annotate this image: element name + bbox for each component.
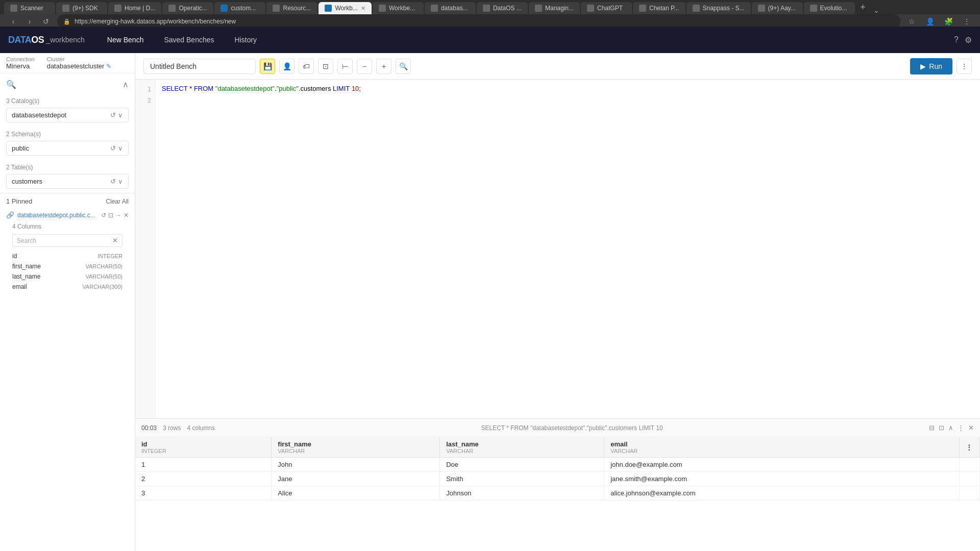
browser-tab-home[interactable]: Home | D... [108,2,161,14]
logo: DATAOS _workbench [8,35,85,45]
clear-all-button[interactable]: Clear All [106,198,129,205]
zoom-out-button[interactable]: − [357,59,372,74]
column-search-input[interactable] [17,237,110,244]
refresh-pinned-icon[interactable]: ↺ [101,212,106,219]
chevron-down-icon[interactable]: ∨ [118,178,123,185]
nav-new-bench[interactable]: New Bench [103,34,148,46]
zoom-in-button[interactable]: + [376,59,391,74]
browser-tab-workbench2[interactable]: Workbe... [373,2,424,14]
run-label: Run [929,62,942,70]
minimize-results-icon[interactable]: ⊟ [929,424,935,432]
code-editor[interactable]: 1 2 SELECT * FROM "databasetestdepot"."p… [135,80,980,418]
tab-close-icon[interactable]: ✕ [361,5,365,12]
results-time: 00:03 [141,424,157,432]
column-type: VARCHAR(50) [85,273,122,280]
cell-firstname: Jane [272,472,440,486]
search-editor-button[interactable]: 🔍 [396,59,411,74]
cell-firstname: Alice [272,486,440,500]
run-button[interactable]: ▶ Run [910,58,952,74]
browser-tab-dataos[interactable]: DataOS ... [477,2,528,14]
nav-saved-benches[interactable]: Saved Benches [160,34,218,46]
browser-tab-aay[interactable]: (9+) Aay... [752,2,803,14]
editor-toolbar: 💾 👤 🏷 ⊡ ⊢ − + 🔍 ▶ Run ⋮ [135,53,980,80]
browser-tab-sdk[interactable]: (9+) SDK [56,2,107,14]
copy-button[interactable]: ⊡ [318,59,333,74]
tag-button[interactable]: 🏷 [299,59,314,74]
expand-results-icon[interactable]: ⊡ [939,424,944,432]
connection-label: Connection [6,56,35,62]
pinned-name: databasetestdepot.public.c... [17,212,98,219]
more-options-button[interactable]: ⋮ [957,59,972,74]
table-label: 2 Table(s) [6,164,129,171]
tab-label: Snappass - S... [703,5,745,12]
browser-tab-customers[interactable]: custom... [214,2,265,14]
help-icon[interactable]: ? [954,35,959,44]
browser-tab-evolution[interactable]: Evolutio... [804,2,855,14]
column-item-email: email VARCHAR(300) [12,282,122,292]
save-button[interactable]: 💾 [260,59,275,74]
clear-search-icon[interactable]: ✕ [112,237,118,244]
refresh-table-icon[interactable]: ↺ [110,178,116,185]
browser-tab-resources[interactable]: Resourc... [266,2,317,14]
new-tab-button[interactable]: + [856,0,870,14]
browser-tab-chatgpt[interactable]: ChatGPT [581,2,632,14]
cell-email: alice.johnson@example.com [604,486,960,500]
tab-list-button[interactable]: ⌄ [871,6,881,14]
nav-history[interactable]: History [231,34,261,46]
cluster-value: databasetestcluster [47,62,105,70]
remove-pinned-icon[interactable]: ✕ [124,212,129,219]
refresh-schema-icon[interactable]: ↺ [110,144,116,152]
copy-pinned-icon[interactable]: ⊡ [108,212,113,219]
tab-label: Workbe... [389,5,415,12]
logo-suffix: _workbench [46,36,85,44]
browser-tab-snappass[interactable]: Snappass - S... [687,2,751,14]
tab-favicon [273,5,280,12]
col-header-lastname: last_name VARCHAR [440,437,604,458]
refresh-catalog-icon[interactable]: ↺ [110,111,116,119]
share-button[interactable]: 👤 [279,59,295,74]
tab-favicon [10,5,17,12]
browser-tab-workbench[interactable]: Workb... ✕ [318,2,371,14]
settings-icon[interactable]: ⚙ [965,35,972,45]
chevron-down-icon[interactable]: ∨ [118,111,123,119]
edit-cluster-icon[interactable]: ✎ [106,63,111,70]
collapse-results-icon[interactable]: ∧ [948,424,953,432]
chevron-down-icon[interactable]: ∨ [118,144,123,152]
code-content[interactable]: SELECT * FROM "databasetestdepot"."publi… [156,80,980,418]
column-name: last_name [12,273,40,280]
table-select[interactable]: customers ↺ ∨ [6,174,129,189]
top-nav: DATAOS _workbench New Bench Saved Benche… [0,27,980,53]
results-query: SELECT * FROM "databasetestdepot"."publi… [221,424,923,432]
browser-tab-scanner[interactable]: Scanner [4,2,55,14]
browser-tab-op[interactable]: Operatic... [162,2,213,14]
browser-tabs: Scanner (9+) SDK Home | D... Operatic...… [0,0,980,14]
schema-select[interactable]: public ↺ ∨ [6,141,129,156]
format-decrease-button[interactable]: ⊢ [337,59,353,74]
lock-icon: 🔒 [63,18,70,25]
cell-extra [960,472,980,486]
column-search[interactable]: ✕ [12,234,122,247]
code-line-1: SELECT * FROM "databasetestdepot"."publi… [162,84,974,94]
search-icon: 🔍 [6,80,16,89]
close-results-icon[interactable]: ✕ [968,424,974,432]
cell-lastname: Johnson [440,486,604,500]
catalog-select[interactable]: databasetestdepot ↺ ∨ [6,108,129,122]
column-menu-icon[interactable]: ⋮ [966,443,972,451]
sidebar: Connection Minerva Cluster databasetestc… [0,53,135,551]
tab-favicon [431,5,438,12]
browser-tab-database[interactable]: databas... [425,2,476,14]
browser-tab-chetan[interactable]: Chetan P... [633,2,685,14]
cell-id: 1 [135,458,272,472]
tab-favicon [535,5,542,12]
bench-name-input[interactable] [143,59,256,74]
sidebar-search-header: 🔍 ∧ [0,73,135,93]
main-content: Connection Minerva Cluster databasetestc… [0,53,980,551]
browser-tab-managing[interactable]: Managin... [529,2,580,14]
more-results-icon[interactable]: ⋮ [958,424,964,432]
column-name: first_name [12,263,41,270]
table-icons: ↺ ∨ [110,178,123,185]
cell-firstname: John [272,458,440,472]
collapse-button[interactable]: ∧ [122,80,129,89]
goto-pinned-icon[interactable]: → [115,212,121,219]
tab-favicon [220,5,228,12]
